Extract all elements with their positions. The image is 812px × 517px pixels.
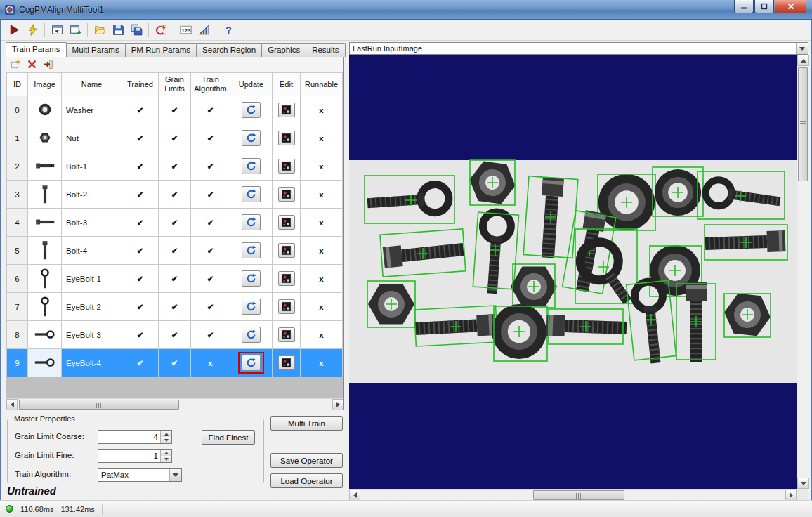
edit-button[interactable] bbox=[278, 327, 295, 342]
update-button[interactable] bbox=[242, 270, 261, 287]
spin-up-button[interactable] bbox=[161, 431, 171, 437]
find-finest-button[interactable]: Find Finest bbox=[202, 430, 255, 445]
cell-trained[interactable]: ✔ bbox=[122, 181, 159, 209]
reset-icon[interactable] bbox=[152, 22, 169, 39]
cell-grain-limits[interactable]: ✔ bbox=[159, 265, 191, 293]
cell-image[interactable] bbox=[28, 152, 62, 181]
cell-update[interactable] bbox=[230, 237, 273, 265]
cell-image[interactable] bbox=[28, 209, 62, 237]
minimize-button[interactable] bbox=[734, 0, 754, 13]
cell-edit[interactable] bbox=[273, 96, 301, 124]
pattern-row-9[interactable]: 9EyeBolt-4✔✔xx bbox=[7, 349, 343, 377]
cell-id[interactable]: 0 bbox=[7, 96, 28, 124]
cell-train-algorithm[interactable]: ✔ bbox=[191, 265, 230, 293]
cell-edit[interactable] bbox=[273, 237, 301, 265]
column-header[interactable]: Name bbox=[62, 73, 122, 96]
update-button[interactable] bbox=[242, 327, 261, 343]
cell-image[interactable] bbox=[28, 237, 62, 265]
cell-edit[interactable] bbox=[273, 349, 301, 377]
cell-image[interactable] bbox=[28, 321, 62, 349]
cell-image[interactable] bbox=[28, 96, 62, 124]
column-header[interactable]: Update bbox=[230, 73, 273, 96]
cell-edit[interactable] bbox=[273, 209, 301, 237]
cell-trained[interactable]: ✔ bbox=[122, 209, 159, 237]
save-icon[interactable] bbox=[110, 22, 126, 39]
chevron-down-icon[interactable] bbox=[169, 469, 181, 481]
cell-train-algorithm[interactable]: ✔ bbox=[191, 321, 230, 349]
load-operator-button[interactable]: Load Operator bbox=[270, 473, 343, 488]
cell-update[interactable] bbox=[230, 349, 273, 377]
cell-id[interactable]: 7 bbox=[7, 293, 28, 321]
input-image-display[interactable] bbox=[349, 55, 797, 489]
run-icon[interactable] bbox=[6, 22, 22, 39]
cell-id[interactable]: 3 bbox=[7, 181, 28, 209]
cell-runnable[interactable]: x bbox=[301, 349, 343, 377]
cell-trained[interactable]: ✔ bbox=[122, 96, 159, 124]
image-horizontal-scrollbar[interactable] bbox=[349, 489, 797, 500]
cell-image[interactable] bbox=[28, 124, 62, 152]
cell-train-algorithm[interactable]: ✔ bbox=[191, 237, 230, 265]
edit-button[interactable] bbox=[278, 131, 295, 145]
cell-edit[interactable] bbox=[273, 152, 301, 181]
update-button[interactable] bbox=[242, 242, 261, 258]
edit-button[interactable] bbox=[278, 103, 295, 117]
scroll-left-arrow[interactable] bbox=[6, 399, 18, 410]
cell-update[interactable] bbox=[230, 293, 273, 321]
image-source-dropdown[interactable]: LastRun.InputImage bbox=[349, 42, 808, 55]
spin-down-button[interactable] bbox=[161, 437, 171, 443]
add-pattern-icon[interactable] bbox=[9, 58, 22, 71]
image-vertical-scrollbar[interactable] bbox=[797, 55, 808, 489]
cell-update[interactable] bbox=[230, 209, 273, 237]
update-button[interactable] bbox=[242, 214, 261, 230]
cell-id[interactable]: 4 bbox=[7, 209, 28, 237]
column-header[interactable]: Edit bbox=[273, 73, 301, 96]
cell-id[interactable]: 2 bbox=[7, 152, 28, 181]
update-button[interactable] bbox=[242, 299, 261, 315]
cell-grain-limits[interactable]: ✔ bbox=[159, 321, 191, 349]
update-button[interactable] bbox=[242, 355, 261, 371]
cell-grain-limits[interactable]: ✔ bbox=[159, 124, 191, 152]
cell-grain-limits[interactable]: ✔ bbox=[159, 181, 191, 209]
cell-update[interactable] bbox=[230, 181, 273, 209]
cell-update[interactable] bbox=[230, 265, 273, 293]
titlebar[interactable]: CogPMAlignMultiTool1 bbox=[0, 0, 812, 20]
column-header[interactable]: Trained bbox=[122, 73, 159, 96]
tab-graphics[interactable]: Graphics bbox=[261, 43, 306, 57]
edit-button[interactable] bbox=[278, 159, 295, 174]
delete-pattern-icon[interactable] bbox=[25, 58, 39, 71]
cell-train-algorithm[interactable]: ✔ bbox=[191, 96, 230, 124]
cell-grain-limits[interactable]: ✔ bbox=[159, 96, 191, 124]
scroll-left-arrow[interactable] bbox=[349, 490, 360, 501]
pattern-row-4[interactable]: 4Bolt-3✔✔✔x bbox=[7, 209, 343, 237]
update-button[interactable] bbox=[242, 158, 261, 174]
cell-name[interactable]: Bolt-3 bbox=[62, 209, 122, 237]
cell-id[interactable]: 8 bbox=[7, 321, 28, 349]
cell-name[interactable]: EyeBolt-3 bbox=[62, 321, 122, 349]
cell-runnable[interactable]: x bbox=[301, 237, 343, 265]
cell-id[interactable]: 1 bbox=[7, 124, 28, 152]
column-header[interactable]: Image bbox=[28, 73, 62, 96]
pattern-row-8[interactable]: 8EyeBolt-3✔✔✔x bbox=[7, 321, 343, 349]
update-button[interactable] bbox=[242, 130, 261, 146]
spin-down-button[interactable] bbox=[161, 456, 171, 462]
cell-trained[interactable]: ✔ bbox=[122, 293, 159, 321]
cell-train-algorithm[interactable]: ✔ bbox=[191, 181, 230, 209]
cell-id[interactable]: 5 bbox=[7, 237, 28, 265]
scroll-right-arrow[interactable] bbox=[332, 399, 343, 410]
edit-button[interactable] bbox=[278, 243, 295, 258]
cell-runnable[interactable]: x bbox=[301, 124, 343, 152]
edit-button[interactable] bbox=[278, 271, 295, 286]
edit-button[interactable] bbox=[278, 215, 295, 230]
cell-id[interactable]: 9 bbox=[7, 349, 28, 377]
cell-runnable[interactable]: x bbox=[301, 209, 343, 237]
cell-name[interactable]: Bolt-4 bbox=[62, 237, 122, 265]
cell-update[interactable] bbox=[230, 152, 273, 181]
close-button[interactable] bbox=[775, 0, 806, 13]
cell-runnable[interactable]: x bbox=[301, 293, 343, 321]
cell-name[interactable]: Bolt-1 bbox=[62, 152, 122, 181]
tab-search-region[interactable]: Search Region bbox=[196, 43, 262, 57]
spin-up-button[interactable] bbox=[161, 450, 171, 456]
cell-grain-limits[interactable]: ✔ bbox=[159, 293, 191, 321]
cell-edit[interactable] bbox=[273, 181, 301, 209]
cell-edit[interactable] bbox=[273, 321, 301, 349]
